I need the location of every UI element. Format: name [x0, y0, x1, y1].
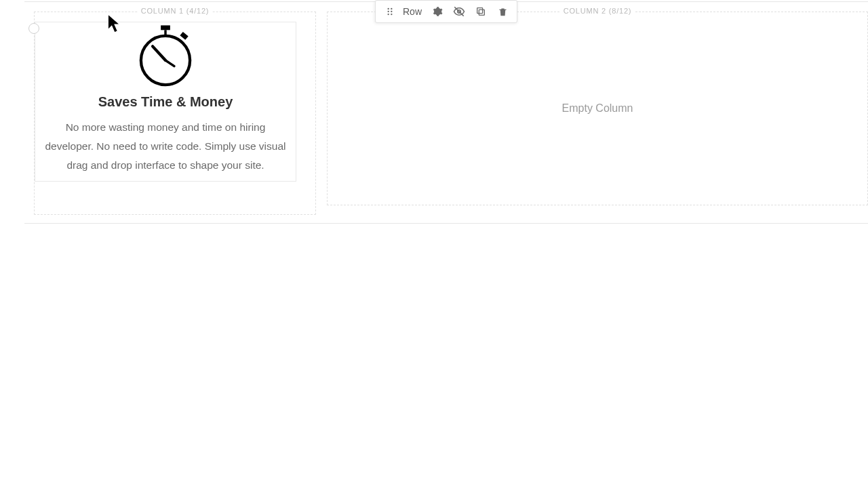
eye-off-icon[interactable] — [449, 1, 469, 22]
empty-column-text: Empty Column — [562, 102, 633, 115]
column-2[interactable]: COLUMN 2 (8/12) Empty Column — [327, 12, 868, 205]
stopwatch-icon — [41, 25, 290, 87]
svg-point-3 — [391, 11, 392, 12]
trash-icon[interactable] — [492, 1, 513, 22]
svg-line-14 — [153, 46, 165, 60]
svg-rect-10 — [161, 25, 170, 30]
content-card[interactable]: Saves Time & Money No more wasting money… — [35, 22, 296, 182]
card-description: No more wasting money and time on hiring… — [41, 118, 290, 175]
svg-rect-9 — [477, 8, 483, 14]
columns-wrap: COLUMN 1 (4/12) Saves Time & Mone — [34, 12, 868, 214]
row-toolbar: Row — [375, 0, 517, 23]
copy-icon[interactable] — [471, 1, 491, 22]
builder-canvas[interactable]: ROW Row — [0, 0, 868, 488]
svg-rect-8 — [479, 9, 484, 15]
drag-handle-icon[interactable] — [380, 1, 400, 22]
column-handle[interactable] — [28, 23, 39, 34]
toolbar-row-label: Row — [401, 6, 426, 17]
svg-point-2 — [387, 11, 389, 12]
card-heading: Saves Time & Money — [41, 94, 290, 110]
svg-point-0 — [387, 8, 389, 9]
column-1-label: COLUMN 1 (4/12) — [138, 7, 212, 15]
svg-rect-12 — [180, 32, 188, 40]
svg-point-1 — [391, 8, 392, 9]
svg-point-5 — [391, 14, 392, 15]
svg-line-15 — [165, 60, 174, 66]
column-1[interactable]: COLUMN 1 (4/12) Saves Time & Mone — [34, 12, 316, 215]
row-container[interactable]: ROW Row — [24, 1, 868, 224]
svg-point-4 — [387, 14, 389, 15]
column-2-label: COLUMN 2 (8/12) — [561, 7, 635, 15]
gear-icon[interactable] — [427, 1, 448, 22]
